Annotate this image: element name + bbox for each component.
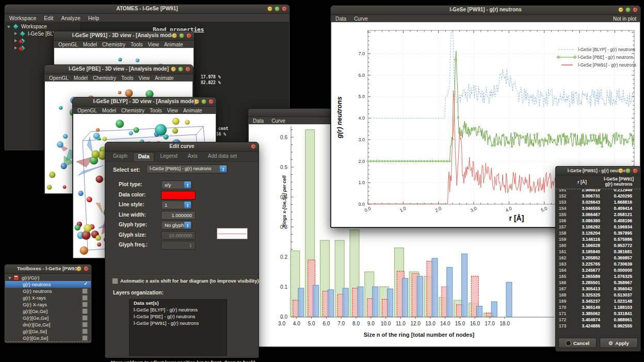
min-window-icon[interactable]: −: [171, 67, 176, 72]
field-combo-0[interactable]: x/y▲▼: [161, 180, 192, 189]
toolbox-root-item[interactable]: g(r)/G(r): [5, 274, 91, 281]
field-combo-4[interactable]: No glyph▲▼: [161, 221, 192, 229]
table-row[interactable]: 1673.3054130.356042: [557, 286, 639, 292]
close-window-icon[interactable]: ×: [208, 99, 214, 104]
max-window-icon[interactable]: [625, 7, 631, 12]
table-row[interactable]: 1683.3253250.513037: [557, 292, 639, 298]
close-window-icon[interactable]: ×: [633, 168, 638, 173]
table-row[interactable]: 1583.1262040.397895: [557, 230, 639, 236]
data-color-swatch[interactable]: [161, 191, 196, 200]
max-window-icon[interactable]: [178, 67, 183, 72]
close-window-icon[interactable]: ×: [84, 266, 89, 271]
menu-item-opengl[interactable]: OpenGL: [58, 42, 78, 47]
table-row[interactable]: 1603.1660280.953772: [557, 242, 639, 249]
toolbox-item-1[interactable]: G(r) neutrons: [5, 288, 91, 294]
menu-item-tools[interactable]: Tools: [121, 75, 133, 81]
toolbox-item-2[interactable]: g(r) X-rays: [5, 294, 91, 301]
tab-legend[interactable]: Legend: [155, 152, 182, 161]
menu-item-view[interactable]: View: [167, 108, 178, 113]
combo-stepper-icon[interactable]: ▲▼: [220, 166, 227, 172]
menu-item-model[interactable]: Model: [83, 42, 97, 47]
edit-curve-titlebar[interactable]: Edit curve ×: [105, 142, 259, 152]
toolbox-item-checkbox[interactable]: [82, 315, 88, 321]
table-row[interactable]: 1533.0266431.668816: [557, 199, 639, 205]
menu-item-chemistry[interactable]: Chemistry: [93, 75, 116, 81]
toolbox-item-3[interactable]: G(r) X-rays: [5, 301, 91, 308]
table-row[interactable]: 1563.0863800.408196: [557, 218, 639, 224]
table-row[interactable]: 1733.4248860.992555: [557, 323, 639, 329]
menu-item-curve[interactable]: Curve: [354, 16, 368, 22]
table-titlebar[interactable]: l-GeSe [PW91] - g(r) neutrons −×: [556, 167, 640, 175]
menu-item-workspace[interactable]: Workspace: [9, 15, 36, 21]
dataset-item[interactable]: l-GeSe [PW91] - g(r) neutrons: [130, 320, 227, 326]
toolbox-item-0[interactable]: g(r) neutrons✓: [5, 281, 91, 288]
toolbox-item-7[interactable]: g(r)[Ge,Se]: [5, 328, 91, 335]
table-row[interactable]: 1512.9868190.212949: [557, 189, 639, 193]
min-window-icon[interactable]: −: [194, 99, 199, 104]
menu-item-help[interactable]: Help: [88, 15, 100, 21]
toolbox-item-checkbox[interactable]: [82, 308, 88, 314]
min-window-icon[interactable]: −: [618, 168, 623, 173]
menu-item-curve[interactable]: Curve: [271, 118, 285, 124]
gr-titlebar[interactable]: l-GeSe [PW91] - g(r) neutrons −×: [331, 6, 640, 15]
max-window-icon[interactable]: [201, 99, 206, 104]
table-rows[interactable]: 1512.9868190.2129491523.0067310.42029515…: [557, 189, 639, 331]
close-window-icon[interactable]: ×: [251, 144, 256, 149]
table-row[interactable]: 1573.1062920.196934: [557, 224, 639, 230]
max-window-icon[interactable]: [275, 6, 280, 11]
menu-item-view[interactable]: View: [148, 42, 159, 47]
tab-graph[interactable]: Graph: [108, 152, 132, 161]
table-row[interactable]: 1523.0067310.420295: [557, 193, 639, 199]
close-window-icon[interactable]: ×: [185, 67, 190, 72]
menu-item-chemistry[interactable]: Chemistry: [102, 42, 125, 47]
view3d-blyp-titlebar[interactable]: l-GeSe [BLYP] - 3D view - [Analysis mode…: [73, 97, 216, 107]
toolbox-item-checkbox[interactable]: [82, 288, 88, 294]
table-row[interactable]: 1553.0664672.058121: [557, 211, 639, 218]
toolbox-item-checkbox[interactable]: [82, 335, 88, 341]
datasets-listbox[interactable]: Data set(s)l-GeSe [BLYP] - g(r) neutrons…: [129, 299, 227, 356]
menu-item-model[interactable]: Model: [74, 75, 88, 81]
table-row[interactable]: 1693.3452371.023148: [557, 298, 639, 304]
menu-item-animate[interactable]: Animate: [183, 108, 202, 113]
toolbox-item-5[interactable]: G(r)[Ge,Ge]: [5, 315, 91, 321]
max-window-icon[interactable]: [625, 168, 631, 173]
table-row[interactable]: 1653.2655891.076325: [557, 273, 639, 279]
auto-shift-checkbox[interactable]: [112, 278, 118, 284]
tab-add-data-set[interactable]: Add data set: [203, 152, 242, 161]
toolbox-item-6[interactable]: dn(r)[Ge,Ge]: [5, 321, 91, 328]
workspace-tree-item[interactable]: Workspace: [5, 23, 81, 30]
toolbox-item-8[interactable]: G(r)[Ge,Se]: [5, 335, 91, 341]
dataset-item[interactable]: l-GeSe [PBE] - g(r) neutrons: [130, 313, 227, 320]
cancel-button[interactable]: Cancel: [558, 338, 597, 348]
field-combo-2[interactable]: 1▲▼: [161, 201, 192, 209]
close-window-icon[interactable]: ×: [282, 6, 287, 11]
field-entry-3[interactable]: 1.000000: [161, 211, 196, 220]
menu-item-chemistry[interactable]: Chemistry: [121, 108, 144, 113]
view3d-pbe-titlebar[interactable]: l-GeSe [PBE] - 3D view - [Analysis mode]…: [44, 65, 193, 74]
tree-expander-icon[interactable]: [7, 26, 10, 28]
table-row[interactable]: 1713.3850620.331841: [557, 310, 639, 317]
table-row[interactable]: 1543.0465550.409414: [557, 205, 639, 211]
combo-stepper-icon[interactable]: ▲▼: [184, 222, 191, 228]
table-row[interactable]: 1623.2058520.369857: [557, 255, 639, 261]
menu-item-model[interactable]: Model: [102, 108, 116, 113]
tree-expander-icon[interactable]: [14, 39, 17, 42]
menu-item-tools[interactable]: Tools: [131, 42, 142, 47]
combo-stepper-icon[interactable]: ▲▼: [184, 202, 191, 208]
select-set-combo[interactable]: l-GeSe [PW91] - g(r) neutrons▲▼: [146, 164, 228, 173]
toolbox-item-checkbox[interactable]: [82, 328, 88, 334]
table-row[interactable]: 1593.1461160.575986: [557, 236, 639, 242]
main-titlebar[interactable]: ATOMES - l-GeSe [PW91] −×: [5, 5, 289, 14]
table-row[interactable]: 1633.2257650.730639: [557, 261, 639, 267]
menu-item-edit[interactable]: Edit: [44, 15, 53, 21]
toolbox-item-checkbox[interactable]: [82, 295, 88, 301]
tab-axis[interactable]: Axis: [183, 152, 202, 161]
menu-item-analyze[interactable]: Analyze: [61, 15, 80, 21]
menu-item-tools[interactable]: Tools: [150, 108, 162, 113]
table-row[interactable]: 1613.1859400.381681: [557, 249, 639, 255]
min-window-icon[interactable]: −: [76, 266, 82, 271]
table-row[interactable]: 1743.4447981.302042: [557, 329, 639, 331]
table-row[interactable]: 1663.2855010.358967: [557, 279, 639, 286]
menu-item-view[interactable]: View: [138, 75, 150, 81]
close-window-icon[interactable]: ×: [633, 7, 638, 12]
